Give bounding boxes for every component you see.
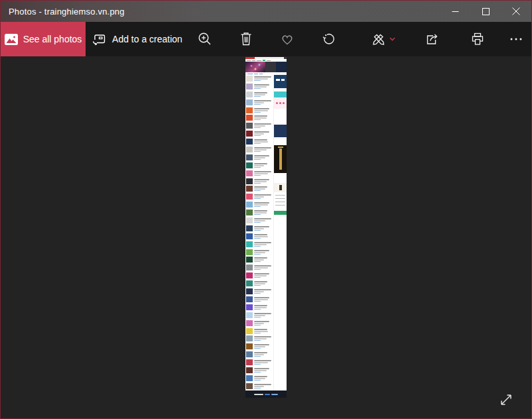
page-article-text: [253, 241, 273, 247]
page-sidebar-detail: [279, 149, 282, 170]
page-subnav-link: [259, 74, 263, 74]
page-article-thumb: [246, 210, 253, 215]
see-more-button[interactable]: [501, 22, 531, 56]
see-all-photos-button[interactable]: See all photos: [1, 22, 86, 56]
page-article-thumb: [246, 312, 253, 318]
page-article-row: [245, 241, 273, 249]
page-article-thumb: [246, 186, 253, 192]
page-article-text-line: [254, 94, 265, 95]
page-article-row: [245, 280, 273, 288]
page-article-thumb: [246, 296, 253, 302]
page-article-text-line: [254, 165, 264, 166]
page-article-text-line: [254, 254, 261, 255]
page-article-text: [253, 233, 273, 239]
page-article-text-line: [254, 110, 268, 111]
delete-button[interactable]: [232, 22, 261, 56]
add-to-creation-label: Add to a creation: [112, 34, 182, 44]
page-article-row: [245, 328, 273, 335]
page-footer: [245, 390, 287, 398]
page-article-text: [253, 194, 273, 200]
page-article-thumb: [246, 257, 253, 263]
page-article-text-line: [254, 388, 261, 389]
page-article-text-line: [254, 151, 261, 152]
fullscreen-button[interactable]: [493, 387, 519, 413]
page-sidebar-block-plain: [274, 215, 287, 390]
page-article-row: [245, 320, 273, 328]
page-article-text-line: [254, 250, 269, 251]
page-sidebar-detail: [281, 79, 285, 81]
page-sidebar-detail: [275, 205, 285, 206]
page-article-text: [253, 375, 273, 381]
page-article-text-line: [254, 78, 268, 80]
page-article-text-line: [254, 273, 269, 274]
page-article-text: [253, 383, 273, 389]
page-article-text: [253, 335, 273, 341]
page-article-text-line: [254, 92, 267, 93]
photo-canvas[interactable]: [245, 57, 287, 398]
page-subnav-link: [254, 74, 258, 74]
delete-icon: [239, 32, 253, 46]
page-article-text-line: [254, 141, 268, 143]
page-article-text-line: [254, 104, 261, 105]
page-sidebar-block-plain: [274, 137, 287, 145]
page-article-text-line: [254, 301, 261, 302]
page-article-thumb: [246, 304, 253, 310]
page-article-text-line: [254, 352, 267, 353]
page-article-text-line: [254, 198, 261, 199]
share-icon: [425, 32, 440, 46]
page-nav-item: [267, 60, 271, 61]
page-article-text-line: [254, 370, 267, 371]
favorite-button[interactable]: [273, 22, 302, 56]
page-article-text-line: [254, 163, 267, 164]
page-sidebar-block-plain: [274, 109, 287, 125]
page-article-text-line: [254, 190, 261, 191]
page-article-thumb: [246, 233, 253, 239]
page-article-thumb: [246, 367, 253, 373]
page-article-text-line: [254, 348, 261, 349]
page-article-text-line: [254, 259, 264, 261]
page-article-text-line: [254, 331, 268, 332]
page-article-text-line: [254, 269, 261, 270]
page-article-text-line: [254, 360, 271, 361]
page-article-text-line: [254, 127, 261, 128]
page-article-text-line: [254, 149, 267, 150]
maximize-button[interactable]: [470, 1, 501, 22]
page-article-text-line: [254, 222, 261, 223]
page-article-thumb: [246, 375, 253, 381]
page-article-text-line: [254, 378, 265, 379]
page-article-text: [253, 304, 273, 310]
page-article-row: [245, 91, 273, 99]
page-subnav-link: [247, 74, 253, 74]
share-button[interactable]: [417, 22, 446, 56]
close-button[interactable]: [501, 1, 531, 22]
page-article-row: [245, 312, 273, 320]
page-article-text-line: [254, 246, 261, 247]
page-article-row: [245, 138, 273, 146]
add-to-creation-button[interactable]: Add to a creation: [91, 22, 184, 56]
page-article-text-line: [254, 329, 267, 330]
page-article-text: [253, 328, 273, 334]
page-article-text-line: [254, 317, 261, 318]
page-article-row: [245, 107, 273, 115]
page-article-thumb: [246, 288, 253, 294]
page-article-thumb: [246, 194, 253, 200]
page-article-row: [245, 209, 273, 217]
edit-and-create-button[interactable]: [363, 22, 404, 56]
titlebar: Photos - trainghiemso.vn.png: [1, 1, 531, 22]
page-header-bar: [255, 57, 287, 59]
page-article-text: [253, 359, 273, 365]
page-article-text-line: [254, 305, 267, 306]
rotate-button[interactable]: [314, 22, 343, 56]
window-title: Photos - trainghiemso.vn.png: [1, 7, 440, 17]
minimize-button[interactable]: [440, 1, 470, 22]
page-article-text-line: [254, 188, 265, 190]
page-article-text-line: [254, 242, 271, 243]
print-button[interactable]: [463, 22, 492, 56]
page-footer-link: [265, 394, 270, 395]
page-article-row: [245, 233, 273, 241]
page-article-text-line: [254, 368, 269, 369]
page-article-thumb: [246, 99, 253, 105]
page-article-text-line: [254, 115, 267, 117]
page-footer-link: [271, 394, 278, 395]
zoom-button[interactable]: [190, 22, 220, 56]
